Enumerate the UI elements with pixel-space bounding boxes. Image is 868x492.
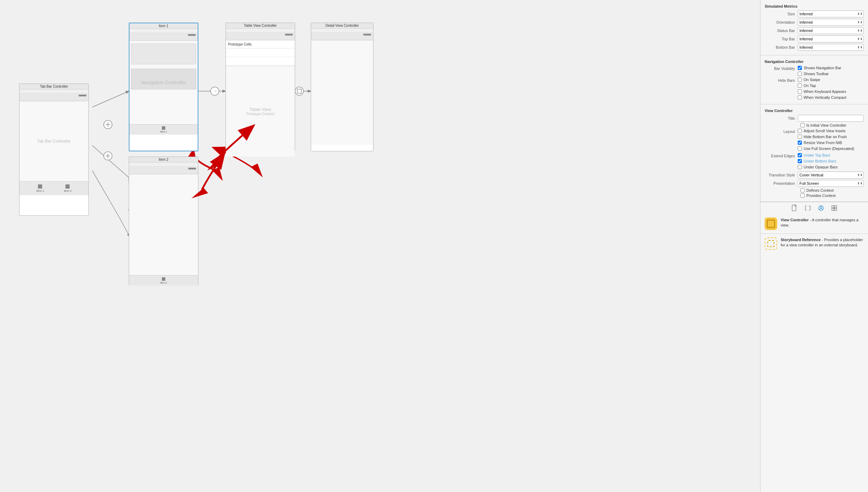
transition-style-select[interactable]: Cover Vertical [798,172,864,178]
status-bar-select[interactable]: Inferred [798,27,864,34]
use-full-screen-checkbox[interactable] [798,146,802,151]
nav-item1-label: Item 1 [160,130,167,133]
hide-bottom-bar-label: Hide Bottom Bar on Push [804,135,847,139]
is-initial-vc-row: Is Initial View Controller [800,123,864,127]
hide-bars-label: Hide Bars [765,78,798,82]
status-bar-select-wrapper[interactable]: Inferred ⬆⬇ [798,27,864,34]
nav-controller-title: Item 1 [129,23,198,29]
svg-marker-23 [207,158,223,170]
under-bottom-bars-label: Under Bottom Bars [804,159,836,163]
table-view-label: Table View [250,107,271,112]
is-initial-vc-checkbox[interactable] [800,123,805,127]
presentation-select[interactable]: Full Screen [798,180,864,187]
vc-icon-inner [767,220,775,228]
table-vc-title: Table View Controller [226,23,295,29]
vc-object-icon [765,217,777,230]
under-bottom-bars-row: Under Bottom Bars [798,159,838,163]
under-opaque-bars-label: Under Opaque Bars [804,165,838,169]
shows-nav-bar-checkbox[interactable] [798,66,802,70]
under-top-bars-checkbox[interactable] [798,153,802,157]
nav-controller-section: Navigation Controller Bar Visibility Sho… [760,55,868,104]
defines-context-row: Defines Context [800,188,864,192]
presentation-wrapper[interactable]: Full Screen ⬆⬇ [798,180,864,187]
transition-style-wrapper[interactable]: Cover Vertical ⬆⬇ [798,172,864,178]
defines-context-checkbox[interactable] [800,188,805,192]
top-bar-row: Top Bar Inferred ⬆⬇ [765,35,864,42]
on-swipe-checkbox[interactable] [798,78,802,82]
tab2-label: Item 2 [64,189,71,192]
resize-view-checkbox[interactable] [798,141,802,145]
when-vertically-compact-checkbox[interactable] [798,95,802,100]
braces-icon[interactable] [804,204,812,212]
identity-icon[interactable] [817,204,825,212]
svg-point-31 [820,207,822,208]
on-tap-checkbox[interactable] [798,84,802,88]
orientation-row: Orientation Inferred ⬆⬇ [765,19,864,26]
bar-visibility-label: Bar Visibility [765,66,798,71]
simulated-metrics-title: Simulated Metrics [765,3,864,8]
transition-style-row: Transition Style Cover Vertical ⬆⬇ [765,172,864,178]
svg-rect-35 [835,208,837,211]
item2-tab-label: Item 2 [160,281,167,284]
tab-bar-controller-title: Tab Bar Controller [19,84,88,89]
adjust-scroll-checkbox[interactable] [798,129,802,133]
size-select-wrapper[interactable]: Inferred ⬆⬇ [798,10,864,17]
detail-vc-box[interactable]: Detail View Controller [311,23,373,151]
shows-nav-bar-label: Shows Navigation Bar [804,66,841,70]
file-icon[interactable] [791,204,798,212]
under-opaque-bars-checkbox[interactable] [798,165,802,169]
orientation-select[interactable]: Inferred [798,19,864,26]
item2-controller-box[interactable]: Item 2 Item 2 [129,157,198,285]
grid-icon[interactable] [830,204,838,212]
table-view-controller-box[interactable]: Table View Controller Prototype Cells Ta… [226,23,295,151]
storyboard-canvas[interactable]: → Tab Bar Controller Tab Bar Controller [0,0,760,492]
bottom-bar-select[interactable]: Inferred [798,44,864,51]
inspector-toolbar [760,202,868,214]
svg-rect-18 [297,89,301,93]
when-vertically-compact-label: When Vertically Compact [804,95,846,100]
tab1-label: Item 1 [36,189,44,192]
on-tap-label: On Tap [804,84,816,88]
svg-line-11 [92,170,118,216]
size-select[interactable]: Inferred [798,10,864,17]
storyboard-ref-info: Storyboard Reference - Provides a placeh… [760,234,868,253]
simulated-metrics-section: Simulated Metrics Size Inferred ⬆⬇ Orien… [760,0,868,55]
view-controller-section-title: View Controller [765,107,864,113]
vc-object-text: View Controller - A controller that mana… [781,217,864,228]
presentation-row: Presentation Full Screen ⬆⬇ [765,180,864,187]
vc-title-input[interactable] [798,115,864,122]
orientation-select-wrapper[interactable]: Inferred ⬆⬇ [798,19,864,26]
presentation-label: Presentation [765,181,798,185]
tab-bar-label: Tab Bar Controller [37,139,71,144]
tab-bar-controller-box[interactable]: Tab Bar Controller Tab Bar Controller It… [19,84,89,216]
bottom-bar-select-wrapper[interactable]: Inferred ⬆⬇ [798,44,864,51]
vc-title-label: Title [765,116,798,120]
provides-context-checkbox[interactable] [800,193,805,198]
under-bottom-bars-checkbox[interactable] [798,159,802,163]
hide-bars-checks: On Swipe On Tap When Keyboard Appears Wh… [798,78,846,101]
inspector-panel: Simulated Metrics Size Inferred ⬆⬇ Orien… [760,0,868,492]
shows-toolbar-checkbox[interactable] [798,72,802,76]
provides-context-label: Provides Context [806,193,836,198]
layout-row: Layout Adjust Scroll View Insets Hide Bo… [765,129,864,152]
bottom-bar-row: Bottom Bar Inferred ⬆⬇ [765,44,864,51]
size-label: Size [765,12,798,16]
is-initial-vc-label: Is Initial View Controller [806,123,846,127]
when-keyboard-checkbox[interactable] [798,89,802,94]
layout-checks: Adjust Scroll View Insets Hide Bottom Ba… [798,129,854,152]
svg-rect-26 [792,205,796,211]
status-bar-label: Status Bar [765,29,798,33]
adjust-scroll-row: Adjust Scroll View Insets [798,129,854,133]
navigation-controller-box[interactable]: Item 1 Navigation Controller Item 1 [129,23,198,151]
bottom-bar-label: Bottom Bar [765,45,798,49]
top-bar-select[interactable]: Inferred [798,35,864,42]
orientation-label: Orientation [765,20,798,24]
table-view-sublabel: Prototype Content [246,112,275,116]
resize-view-row: Resize View From NIB [798,141,854,145]
shows-toolbar-row: Shows Toolbar [798,72,841,76]
extend-edges-label: Extend Edges [765,153,798,158]
item2-title: Item 2 [129,157,198,162]
transition-style-label: Transition Style [765,173,798,177]
top-bar-select-wrapper[interactable]: Inferred ⬆⬇ [798,35,864,42]
hide-bottom-bar-checkbox[interactable] [798,135,802,139]
